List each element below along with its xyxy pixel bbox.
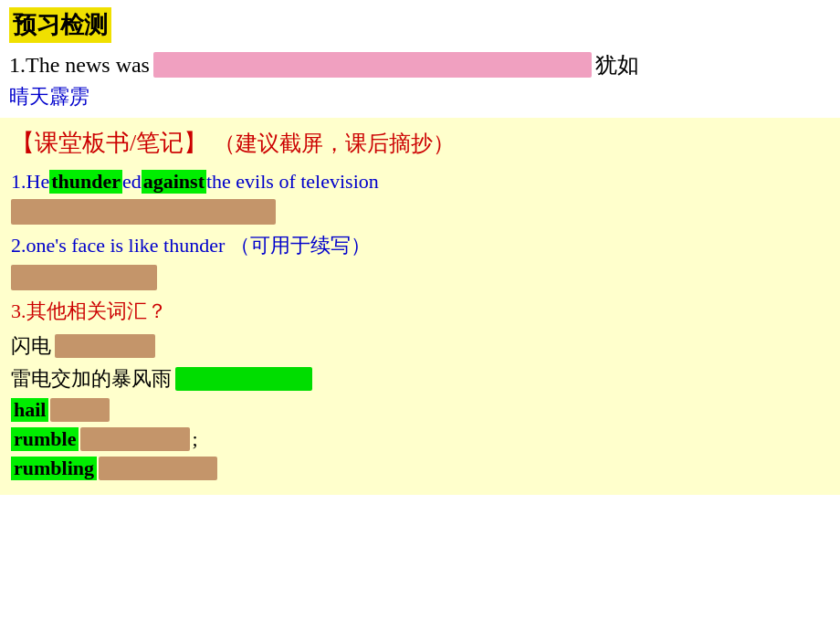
vocab-flash-label: 闪电 (11, 332, 51, 360)
vocab-rumbling-blank[interactable] (99, 457, 217, 480)
vocab-rumbling-row: rumbling (11, 457, 829, 480)
semicolon: ; (192, 427, 197, 451)
item-3-label: 3.其他相关词汇？ (11, 298, 829, 325)
chinese-subtitle: 晴天霹雳 (9, 83, 831, 110)
vocab-hail-label: hail (11, 398, 48, 422)
item-1-block: 1.He thundered against the evils of tele… (11, 170, 829, 225)
board-title: 【课堂板书/笔记】 （建议截屏，课后摘抄） (11, 130, 455, 156)
item1-against: against (142, 170, 206, 194)
vocab-flash-blank[interactable] (55, 334, 155, 358)
vocab-storm-row: 雷电交加的暴风雨 (11, 365, 829, 393)
vocab-storm-label: 雷电交加的暴风雨 (11, 365, 172, 393)
page-title: 预习检测 (9, 7, 111, 43)
item1-suffix: the evils of television (206, 170, 379, 194)
q1-suffix: 犹如 (595, 50, 639, 79)
board-note: （建议截屏，课后摘抄） (214, 131, 455, 155)
item1-blank-row (11, 199, 829, 225)
vocab-rumbling-label: rumbling (11, 457, 97, 480)
vocab-hail-blank[interactable] (50, 398, 110, 422)
vocab-hail-row: hail (11, 398, 829, 422)
vocab-storm-blank[interactable] (175, 367, 312, 391)
item2-answer-blank[interactable] (11, 265, 157, 290)
item1-thunder: thunder (49, 170, 122, 194)
item2-blank-row (11, 265, 829, 290)
q1-prefix: 1.The news was (9, 53, 150, 78)
item1-ed: ed (122, 170, 142, 194)
vocab-rumble-label: rumble (11, 427, 79, 451)
item1-prefix: 1.He (11, 170, 49, 194)
item1-answer-blank[interactable] (11, 199, 276, 225)
board-section: 【课堂板书/笔记】 （建议截屏，课后摘抄） 1.He thundered aga… (0, 118, 840, 495)
item-1-row: 1.He thundered against the evils of tele… (11, 170, 829, 194)
q1-blank[interactable] (153, 52, 592, 78)
board-title-row: 【课堂板书/笔记】 （建议截屏，课后摘抄） (11, 127, 829, 159)
vocab-flash-row: 闪电 (11, 332, 829, 360)
question-1-row: 1.The news was 犹如 (9, 50, 831, 79)
item-2-text: 2.one's face is like thunder （可用于续写） (11, 232, 829, 259)
item-2-block: 2.one's face is like thunder （可用于续写） (11, 232, 829, 290)
vocab-rumble-row: rumble ; (11, 427, 829, 451)
vocab-rumble-blank[interactable] (80, 427, 190, 451)
top-section: 预习检测 1.The news was 犹如 晴天霹雳 (0, 0, 840, 118)
